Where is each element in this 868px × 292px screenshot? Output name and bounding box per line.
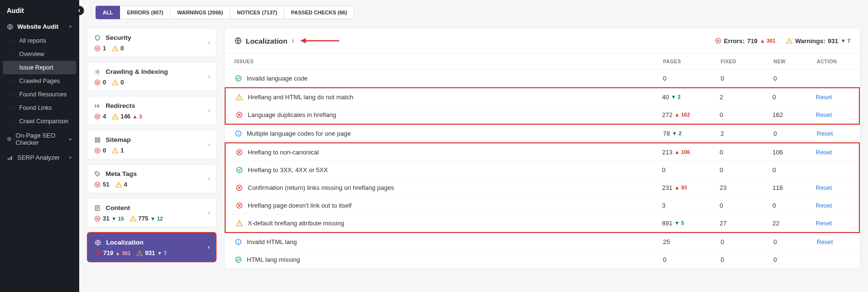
issue-row[interactable]: Multiple language codes for one page78▼ … [225,125,860,142]
warning-delta: ▼ 12 [150,216,163,222]
svg-rect-19 [98,140,100,142]
reset-link[interactable]: Reset [816,149,832,156]
col-issues: ISSUES [234,58,663,64]
sidebar-sub-crawled-pages[interactable]: Crawled Pages [3,74,76,88]
svg-rect-5 [11,156,12,160]
error-count: 4 [103,113,106,120]
sidebar-sub-found-resources[interactable]: Found Resources [3,88,76,101]
error-icon [95,250,101,257]
error-icon [94,215,101,222]
issue-row[interactable]: Invalid language code000 [225,70,860,87]
checker-icon [7,136,12,142]
table-header: ISSUES PAGES FIXED NEW ACTION [225,54,860,70]
warning-icon [112,79,119,86]
category-card-meta-tags[interactable]: Meta Tags514 [87,164,217,193]
reset-link[interactable]: Reset [817,238,833,245]
pages-count: 25 [663,238,670,245]
new-count: 116 [772,184,816,191]
category-name: Content [106,204,130,211]
sidebar-item-serp-analyzer[interactable]: SERP Analyzer [0,150,79,165]
panel-title-text: Localization [246,37,288,45]
issue-row[interactable]: Hreflang to non-canonical213▲ 1060106Res… [226,143,859,161]
fixed-count: 0 [720,111,772,118]
issue-row[interactable]: X-default hreflang attribute missing891▼… [226,214,859,232]
svg-point-56 [239,224,239,225]
filter-tab-errors[interactable]: ERRORS (807) [120,6,170,19]
svg-point-46 [239,98,239,99]
warning-icon [112,113,119,120]
warning-icon [115,181,122,188]
reset-link[interactable]: Reset [817,130,833,137]
issue-row[interactable]: Hreflang page doesn't link out to itself… [226,197,859,214]
reset-link[interactable]: Reset [816,220,832,227]
warnings-count: 931 [828,37,838,45]
chevron-up-icon [68,23,72,30]
pages-count: 0 [663,256,666,263]
chevron-right-icon [207,141,211,148]
warning-count: 0 [121,45,124,52]
category-card-content[interactable]: Content31▼ 15775▼ 12 [87,198,217,227]
filter-tab-all[interactable]: ALL [96,6,120,19]
svg-point-59 [238,240,239,241]
category-card-redirects[interactable]: Redirects4146▲ 3 [87,96,217,125]
error-delta: ▲ 361 [115,250,131,256]
reset-link[interactable]: Reset [816,111,832,118]
reset-link[interactable]: Reset [816,202,832,209]
reset-link[interactable]: Reset [816,184,832,191]
svg-point-12 [115,84,115,84]
highlight-group: Hreflang and HTML lang do not match40▼ 2… [225,87,860,125]
error-icon [94,181,101,188]
chevron-right-icon [206,244,211,251]
issue-name: Hreflang to non-canonical [248,149,319,156]
globe-icon [95,239,101,246]
col-fixed: FIXED [721,58,773,64]
svg-point-43 [789,42,790,43]
svg-marker-40 [301,38,306,44]
sidebar-sub-all-reports[interactable]: All reports [3,34,76,47]
sidebar-sub-found-links[interactable]: Found Links [3,101,76,115]
category-name: Security [106,34,131,41]
sidebar-section-website-audit[interactable]: Website Audit [0,19,79,34]
issue-row[interactable]: Confirmation (return) links missing on h… [226,179,859,197]
issue-row[interactable]: Language duplicates in hreflang272▲ 1620… [226,106,859,124]
annotation-arrow [298,36,341,46]
sidebar-collapse-button[interactable] [74,6,84,15]
filter-tabs: ALL ERRORS (807) WARNINGS (2066) NOTICES… [87,0,860,28]
category-name: Meta Tags [106,170,137,177]
svg-rect-17 [98,138,100,140]
chevron-right-icon [207,175,211,182]
issue-row[interactable]: Hreflang to 3XX, 4XX or 5XX000 [226,161,859,179]
panel-header: Localization i Errors: 719 ▲ 361 War [225,28,860,54]
issue-type-icon [235,184,243,191]
issue-row[interactable]: Invalid HTML lang2500Reset [225,233,860,251]
error-icon [94,147,101,154]
crawl-icon [94,69,101,75]
info-icon[interactable]: i [292,38,294,44]
sidebar-sub-issue-report[interactable]: Issue Report [3,61,76,74]
errors-delta: ▲ 361 [760,38,775,44]
filter-tab-notices[interactable]: NOTICES (7137) [230,6,285,19]
svg-point-37 [140,255,140,255]
svg-point-23 [96,173,97,174]
issue-row[interactable]: Hreflang and HTML lang do not match40▼ 2… [226,88,859,106]
sidebar-item-onpage-seo[interactable]: On-Page SEO Checker [0,128,79,150]
warning-count: 4 [124,181,127,188]
category-card-sitemap[interactable]: Sitemap01 [87,130,217,159]
issue-row[interactable]: HTML lang missing000 [225,251,860,269]
sidebar-section-label: Website Audit [17,23,59,30]
sidebar-sub-crawl-comparison[interactable]: Crawl Comparison [3,115,76,128]
svg-point-26 [118,186,119,187]
issue-name: HTML lang missing [247,256,300,263]
issue-name: Confirmation (return) links missing on h… [248,184,394,191]
category-card-security[interactable]: Security10 [87,28,217,57]
category-card-localization[interactable]: Localization719▲ 361931▼ 7 [87,232,217,262]
errors-label: Errors: [724,37,745,45]
sidebar-sub-overview[interactable]: Overview [3,47,76,61]
category-name: Redirects [106,102,135,109]
filter-tab-warnings[interactable]: WARNINGS (2066) [170,6,230,19]
error-icon [94,79,101,86]
filter-tab-passed[interactable]: PASSED CHECKS (66) [284,6,354,19]
globe-icon [7,23,13,30]
category-card-crawling-indexing[interactable]: Crawling & Indexing00 [87,62,217,91]
reset-link[interactable]: Reset [816,93,832,101]
